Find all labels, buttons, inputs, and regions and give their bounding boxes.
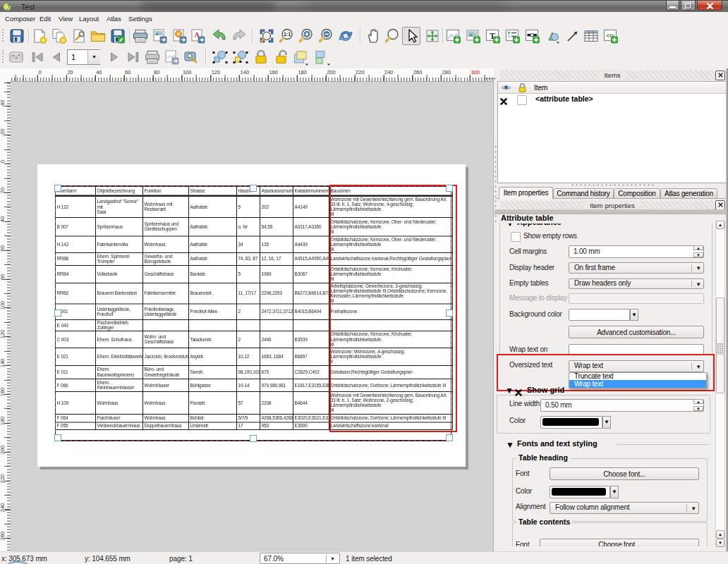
svg-text:1:1: 1:1 (284, 32, 291, 37)
